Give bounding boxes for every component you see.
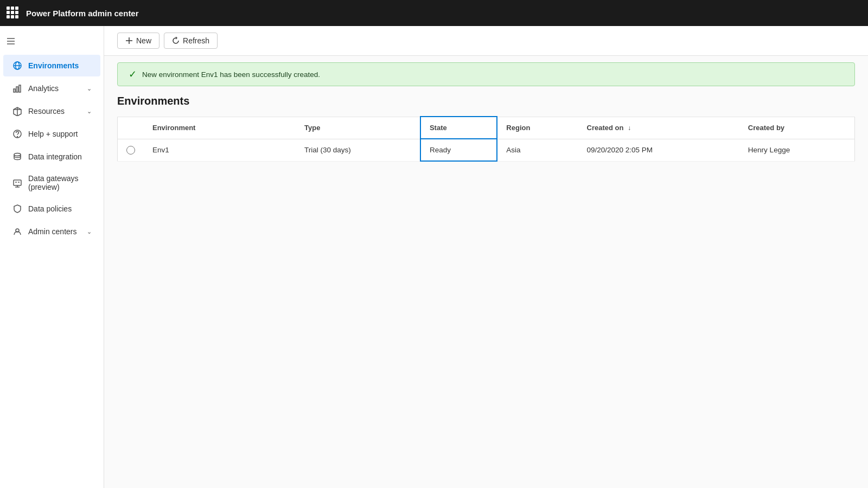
app-title: Power Platform admin center xyxy=(26,9,139,18)
chart-icon xyxy=(12,83,23,94)
sidebar-toggle[interactable] xyxy=(0,30,22,52)
sidebar-item-label: Help + support xyxy=(28,130,78,138)
admin-icon xyxy=(12,226,23,237)
row-radio-input[interactable] xyxy=(126,146,135,155)
sidebar-item-data-gateways[interactable]: Data gateways (preview) xyxy=(3,169,100,197)
sidebar-item-label: Resources xyxy=(28,107,65,115)
col-header-region[interactable]: Region xyxy=(497,117,578,139)
col-header-select xyxy=(118,117,144,139)
refresh-icon xyxy=(172,37,180,44)
refresh-button[interactable]: Refresh xyxy=(164,33,218,49)
row-type: Trial (30 days) xyxy=(296,139,420,161)
col-header-state[interactable]: State xyxy=(420,117,497,139)
question-icon xyxy=(12,129,23,139)
sidebar-item-data-integration[interactable]: Data integration xyxy=(3,146,100,168)
row-created-on: 09/20/2020 2:05 PM xyxy=(578,139,739,161)
success-banner: ✓ New environment Env1 has been successf… xyxy=(117,62,855,86)
sidebar-item-label: Admin centers xyxy=(28,227,76,236)
globe-icon xyxy=(12,60,23,71)
sidebar-item-label: Environments xyxy=(28,61,79,70)
chevron-down-icon: ⌄ xyxy=(87,85,92,92)
sidebar-item-label: Data policies xyxy=(28,204,72,213)
svg-rect-6 xyxy=(14,89,15,92)
table-row: Env1 Trial (30 days) Ready Asia 09/20/20… xyxy=(118,139,855,161)
row-region: Asia xyxy=(497,139,578,161)
sidebar-item-resources[interactable]: Resources ⌄ xyxy=(3,100,100,122)
sidebar-item-label: Analytics xyxy=(28,84,59,93)
svg-point-13 xyxy=(14,153,21,156)
sort-desc-icon: ↓ xyxy=(628,124,631,132)
new-button[interactable]: New xyxy=(117,33,159,49)
success-icon: ✓ xyxy=(129,68,137,80)
box-icon xyxy=(12,106,23,117)
main-content: New Refresh ✓ New environment Env1 has b… xyxy=(104,26,868,488)
col-header-type[interactable]: Type xyxy=(296,117,420,139)
svg-rect-14 xyxy=(14,180,21,185)
chevron-down-icon: ⌄ xyxy=(87,228,92,235)
sidebar-item-admin-centers[interactable]: Admin centers ⌄ xyxy=(3,221,100,242)
topbar: Power Platform admin center xyxy=(0,0,868,26)
svg-rect-8 xyxy=(19,85,21,92)
waffle-menu[interactable] xyxy=(7,7,20,20)
row-radio[interactable] xyxy=(126,146,135,155)
sidebar: Environments Analytics ⌄ xyxy=(0,26,104,488)
col-header-created-by[interactable]: Created by xyxy=(739,117,855,139)
sidebar-item-help-support[interactable]: Help + support xyxy=(3,123,100,145)
gateway-icon xyxy=(12,177,23,188)
chevron-down-icon: ⌄ xyxy=(87,108,92,115)
new-label: New xyxy=(136,36,151,45)
refresh-label: Refresh xyxy=(183,36,209,45)
svg-point-12 xyxy=(17,137,18,137)
sidebar-item-label: Data gateways (preview) xyxy=(28,174,92,191)
row-state: Ready xyxy=(420,139,497,161)
row-environment-name: Env1 xyxy=(144,139,296,161)
sidebar-item-label: Data integration xyxy=(28,152,82,161)
plus-icon xyxy=(125,37,133,44)
data-icon xyxy=(12,151,23,162)
sidebar-item-analytics[interactable]: Analytics ⌄ xyxy=(3,78,100,99)
col-header-created-on[interactable]: Created on ↓ xyxy=(578,117,739,139)
svg-rect-7 xyxy=(16,87,18,92)
environments-table: Environment Type State Region Created on… xyxy=(117,116,855,162)
page-title: Environments xyxy=(117,95,855,107)
sidebar-item-environments[interactable]: Environments xyxy=(3,55,100,76)
banner-message: New environment Env1 has been successful… xyxy=(142,70,320,79)
sidebar-item-data-policies[interactable]: Data policies xyxy=(3,198,100,220)
row-select-cell xyxy=(118,139,144,161)
content-area: Environments Environment Type State Regi… xyxy=(104,86,868,488)
row-created-by: Henry Legge xyxy=(739,139,855,161)
col-header-environment[interactable]: Environment xyxy=(144,117,296,139)
toolbar: New Refresh xyxy=(104,26,868,56)
shield-icon xyxy=(12,203,23,214)
